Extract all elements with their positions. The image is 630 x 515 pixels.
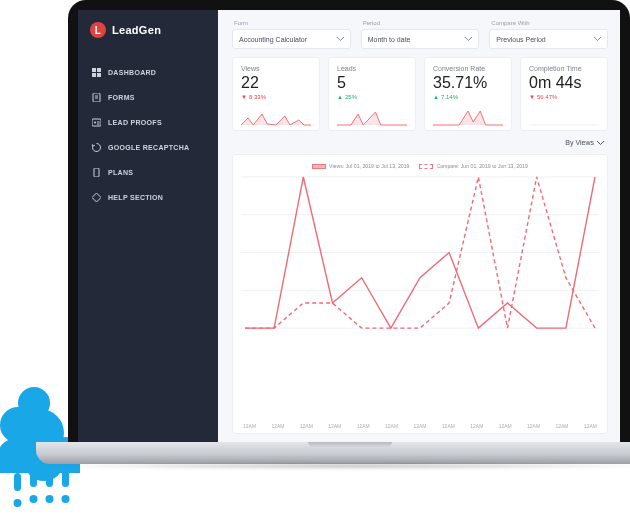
card-value: 0m 44s — [529, 74, 599, 92]
sidebar-item-help[interactable]: HELP SECTION — [78, 185, 218, 210]
x-tick: 12AM — [271, 423, 284, 429]
x-tick: 12AM — [328, 423, 341, 429]
svg-point-12 — [46, 495, 54, 503]
card-title: Views — [241, 65, 311, 72]
sidebar-item-plans[interactable]: PLANS — [78, 160, 218, 185]
x-tick: 12AM — [584, 423, 597, 429]
id-card-icon — [92, 118, 101, 127]
form-select[interactable]: Accounting Calculator — [232, 29, 351, 49]
card-completion: Completion Time 0m 44s ▼ 56.47% — [520, 57, 608, 131]
chart-x-axis: 12AM12AM12AM12AM12AM12AM12AM12AM12AM12AM… — [241, 421, 599, 429]
svg-rect-26 — [94, 168, 99, 177]
card-conversion: Conversion Rate 35.71% ▲ 7.14% — [424, 57, 512, 131]
sidebar-item-recaptcha[interactable]: GOOGLE RECAPTCHA — [78, 135, 218, 160]
svg-marker-27 — [92, 193, 101, 202]
compare-select[interactable]: Previous Period — [489, 29, 608, 49]
forms-icon — [92, 93, 101, 102]
sidebar-item-label: HELP SECTION — [108, 194, 163, 201]
svg-point-10 — [30, 495, 38, 503]
x-tick: 12AM — [442, 423, 455, 429]
svg-rect-9 — [30, 473, 37, 487]
card-delta: ▲ 7.14% — [433, 94, 503, 100]
brand-logo-icon: L — [90, 22, 106, 38]
card-views: Views 22 ▼ 8.33% — [232, 57, 320, 131]
x-tick: 12AM — [499, 423, 512, 429]
sidebar-item-label: DASHBOARD — [108, 69, 156, 76]
x-tick: 12AM — [470, 423, 483, 429]
sparkline — [241, 108, 311, 126]
x-tick: 12AM — [413, 423, 426, 429]
filter-form: Form Accounting Calculator — [232, 20, 351, 49]
sidebar-item-forms[interactable]: FORMS — [78, 85, 218, 110]
card-title: Completion Time — [529, 65, 599, 72]
legend-item-main: Views: Jul 01, 2019 to Jul 13, 2019 — [312, 163, 409, 169]
select-value: Previous Period — [496, 36, 545, 43]
laptop-base — [36, 442, 630, 464]
filter-label: Period — [361, 20, 480, 26]
sparkline — [433, 108, 503, 126]
filter-label: Form — [232, 20, 351, 26]
x-tick: 12AM — [300, 423, 313, 429]
svg-rect-16 — [97, 68, 101, 72]
arrow-down-icon: ▼ — [529, 94, 535, 100]
x-tick: 12AM — [527, 423, 540, 429]
period-select[interactable]: Month to date — [361, 29, 480, 49]
sidebar-item-label: PLANS — [108, 169, 133, 176]
select-value: Month to date — [368, 36, 411, 43]
legend-swatch-dashed — [419, 164, 433, 169]
main-chart-panel: Views: Jul 01, 2019 to Jul 13, 2019 Comp… — [232, 154, 608, 434]
sidebar-item-label: GOOGLE RECAPTCHA — [108, 144, 189, 151]
card-delta: ▼ 56.47% — [529, 94, 599, 100]
sidebar-item-dashboard[interactable]: DASHBOARD — [78, 60, 218, 85]
chevron-down-icon — [465, 37, 472, 41]
filter-compare: Compare With Previous Period — [489, 20, 608, 49]
svg-rect-18 — [97, 73, 101, 77]
card-delta: ▲ 25% — [337, 94, 407, 100]
sparkline — [529, 108, 599, 126]
help-icon — [92, 193, 101, 202]
recaptcha-icon — [92, 143, 101, 152]
chevron-down-icon — [337, 37, 344, 41]
arrow-down-icon: ▼ — [241, 94, 247, 100]
arrow-up-icon: ▲ — [337, 94, 343, 100]
brand: L LeadGen — [78, 10, 218, 56]
filter-label: Compare With — [489, 20, 608, 26]
main-content: Form Accounting Calculator Period Month … — [218, 10, 620, 442]
x-tick: 12AM — [555, 423, 568, 429]
svg-point-14 — [62, 495, 70, 503]
svg-rect-17 — [92, 73, 96, 77]
sidebar-item-lead-proofs[interactable]: LEAD PROOFS — [78, 110, 218, 135]
sidebar-item-label: FORMS — [108, 94, 135, 101]
svg-rect-7 — [14, 473, 21, 491]
sidebar-nav: DASHBOARD FORMS LEAD PROOFS GOOGLE RECAP… — [78, 56, 218, 210]
chart-plot-area — [241, 173, 599, 421]
brand-name: LeadGen — [112, 24, 161, 36]
app-screen: L LeadGen DASHBOARD FORMS LEAD PROOFS — [78, 10, 620, 442]
svg-rect-22 — [92, 119, 101, 126]
laptop-screen-frame: L LeadGen DASHBOARD FORMS LEAD PROOFS — [68, 0, 630, 444]
chart-legend: Views: Jul 01, 2019 to Jul 13, 2019 Comp… — [241, 163, 599, 169]
card-value: 35.71% — [433, 74, 503, 92]
filter-period: Period Month to date — [361, 20, 480, 49]
select-value: Accounting Calculator — [239, 36, 307, 43]
svg-rect-15 — [92, 68, 96, 72]
card-title: Leads — [337, 65, 407, 72]
card-title: Conversion Rate — [433, 65, 503, 72]
card-delta: ▼ 8.33% — [241, 94, 311, 100]
legend-swatch-solid — [312, 164, 326, 169]
sidebar-item-label: LEAD PROOFS — [108, 119, 162, 126]
chevron-down-icon — [597, 139, 604, 146]
grid-icon — [92, 68, 101, 77]
x-tick: 12AM — [357, 423, 370, 429]
x-tick: 12AM — [243, 423, 256, 429]
sidebar: L LeadGen DASHBOARD FORMS LEAD PROOFS — [78, 10, 218, 442]
metric-cards: Views 22 ▼ 8.33% — [232, 57, 608, 131]
card-value: 22 — [241, 74, 311, 92]
card-leads: Leads 5 ▲ 25% — [328, 57, 416, 131]
by-views-dropdown[interactable]: By Views — [565, 139, 608, 146]
by-views-label: By Views — [565, 139, 594, 146]
plans-icon — [92, 168, 101, 177]
x-tick: 12AM — [385, 423, 398, 429]
laptop-mockup: L LeadGen DASHBOARD FORMS LEAD PROOFS — [68, 0, 630, 468]
svg-rect-11 — [46, 473, 53, 487]
